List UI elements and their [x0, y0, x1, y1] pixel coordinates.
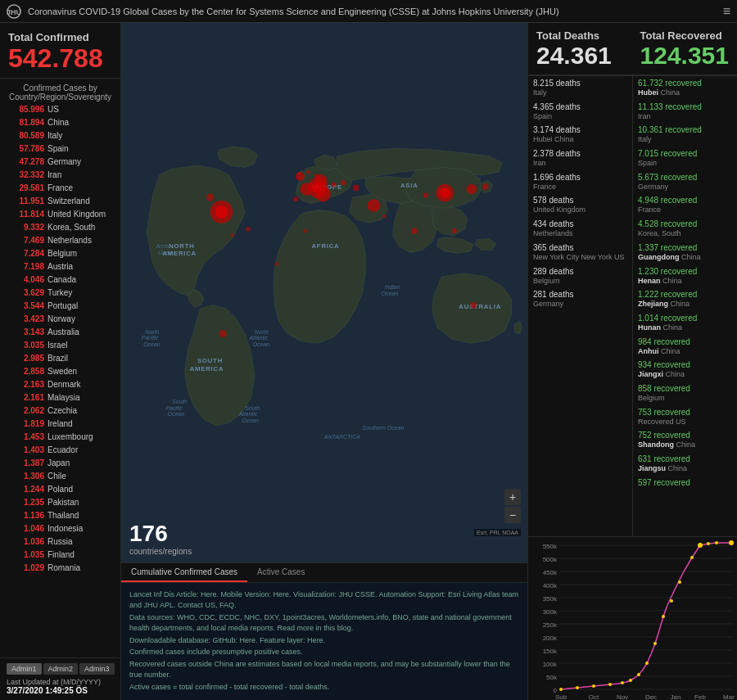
svg-point-50 [452, 228, 457, 233]
svg-text:Ocean: Ocean [252, 341, 269, 347]
svg-text:AUSTRALIA: AUSTRALIA [459, 303, 501, 310]
confirmed-cases-chart: 550k 500k 450k 400k 350k 300k 250k 200k … [528, 537, 737, 700]
country-list-item[interactable]: 57.786Spain [0, 142, 120, 156]
svg-point-42 [353, 185, 359, 192]
country-list-item[interactable]: 4.046Canada [0, 273, 120, 287]
map-tab[interactable]: Cumulative Confirmed Cases [121, 563, 247, 582]
country-list-item[interactable]: 11.951Switzerland [0, 195, 120, 208]
svg-point-31 [368, 199, 381, 212]
country-list-item[interactable]: 2.858Sweden [0, 365, 120, 378]
svg-point-51 [246, 227, 251, 232]
country-list-item[interactable]: 80.589Italy [0, 129, 120, 142]
svg-point-90 [670, 599, 673, 603]
total-recovered-section: Total Recovered 124.351 [632, 23, 737, 75]
country-list-item[interactable]: 1.035Finland [0, 549, 120, 562]
svg-point-83 [608, 683, 612, 686]
admin-tab[interactable]: Admin2 [43, 663, 79, 675]
svg-point-46 [341, 180, 346, 185]
country-list[interactable]: 85.996US81.894China80.589Italy57.786Spai… [0, 103, 120, 657]
svg-text:Dec: Dec [645, 693, 657, 700]
svg-text:150k: 150k [543, 648, 558, 655]
deaths-list-item: 197 deathsSwitzerland [528, 311, 632, 314]
map-controls[interactable]: + − [504, 489, 521, 523]
country-list-item[interactable]: 81.894China [0, 116, 120, 129]
svg-point-92 [690, 556, 694, 559]
country-list-item[interactable]: 1.046Indonesia [0, 522, 120, 535]
country-list-item[interactable]: 32.332Iran [0, 169, 120, 182]
country-list-item[interactable]: 1.235Pakistan [0, 496, 120, 509]
recovered-list-item: 1.230 recoveredHenan China [633, 264, 737, 288]
country-list-item[interactable]: 1.387Japan [0, 457, 120, 470]
country-list-item[interactable]: 1.819Ireland [0, 418, 120, 431]
country-list-item[interactable]: 1.453Luxembourg [0, 431, 120, 444]
recovered-list-item: 984 recoveredAnhui China [633, 335, 737, 359]
country-list-header: Confirmed Cases byCountry/Region/Soverei… [0, 79, 120, 103]
country-list-item[interactable]: 3.629Turkey [0, 287, 120, 300]
country-list-item[interactable]: 1.306Chile [0, 470, 120, 483]
country-list-item[interactable]: 7.469Netherlands [0, 234, 120, 247]
svg-text:350k: 350k [543, 595, 558, 603]
svg-point-93 [698, 543, 703, 548]
recovered-list[interactable]: 61.732 recoveredHubei China11.133 recove… [633, 76, 737, 536]
deaths-list[interactable]: 8.215 deathsItaly4.365 deathsSpain3.174 … [528, 76, 632, 314]
country-list-item[interactable]: 9.332Korea, South [0, 221, 120, 234]
menu-icon[interactable]: ≡ [723, 4, 730, 19]
country-list-item[interactable]: 1.036Russia [0, 535, 120, 549]
country-list-item[interactable]: 7.198Austria [0, 260, 120, 273]
country-list-item[interactable]: 7.284Belgium [0, 247, 120, 260]
recovered-list-item: 631 recoveredJiangsu China [633, 452, 737, 476]
map-footer: Lancet Inf Dis Article: Here. Mobile Ver… [121, 582, 527, 701]
map-tabs[interactable]: Cumulative Confirmed CasesActive Cases [121, 562, 527, 582]
country-list-item[interactable]: 1.403Ecuador [0, 444, 120, 457]
svg-text:SOUTH: SOUTH [197, 357, 223, 364]
svg-text:Pacific: Pacific [142, 335, 159, 341]
svg-text:North: North [145, 329, 159, 335]
country-list-item[interactable]: 29.581France [0, 182, 120, 195]
header: JHU Coronavirus COVID-19 Global Cases by… [0, 0, 737, 23]
svg-text:ANTARCTICA: ANTARCTICA [323, 434, 360, 440]
total-recovered-label: Total Recovered [640, 29, 729, 42]
map-area[interactable]: Arctic Ocean North Pacific Ocean North A… [121, 23, 527, 562]
country-list-item[interactable]: 3.143Australia [0, 326, 120, 339]
country-list-item[interactable]: 2.161Malaysia [0, 391, 120, 404]
admin-tab[interactable]: Admin1 [7, 663, 42, 675]
svg-point-37 [296, 172, 305, 181]
svg-text:Mar: Mar [723, 693, 735, 700]
country-list-item[interactable]: 2.985Brazil [0, 352, 120, 365]
svg-point-39 [470, 302, 477, 309]
right-panel: Total Deaths 24.361 Total Recovered 124.… [527, 23, 737, 700]
country-list-item[interactable]: 1.136Thailand [0, 509, 120, 522]
svg-text:550k: 550k [543, 543, 558, 550]
country-list-item[interactable]: 11.814United Kingdom [0, 208, 120, 221]
svg-text:Nov: Nov [617, 693, 628, 700]
map-tab[interactable]: Active Cases [247, 563, 314, 582]
country-list-item[interactable]: 3.544Portugal [0, 300, 120, 313]
zoom-out-button[interactable]: − [504, 507, 521, 523]
map-attribution: Esri, PRi, NOAA [474, 529, 521, 536]
deaths-list-item: 3.174 deathsHubei China [528, 123, 632, 147]
country-list-item[interactable]: 47.278Germany [0, 156, 120, 169]
country-list-item[interactable]: 3.423Norway [0, 313, 120, 326]
country-list-item[interactable]: 1.244Poland [0, 483, 120, 496]
right-lists: 8.215 deathsItaly4.365 deathsSpain3.174 … [528, 76, 737, 536]
svg-point-91 [678, 580, 681, 584]
svg-point-34 [467, 184, 477, 194]
svg-text:400k: 400k [543, 582, 558, 589]
svg-point-49 [423, 193, 428, 198]
svg-point-35 [301, 183, 314, 196]
deaths-list-item: 578 deathsUnited Kingdom [528, 193, 632, 217]
country-list-item[interactable]: 85.996US [0, 103, 120, 116]
country-list-item[interactable]: 3.035Israel [0, 339, 120, 352]
recovered-list-item: 1.337 recoveredGuangdong China [633, 241, 737, 264]
svg-text:Feb: Feb [694, 693, 706, 700]
country-list-item[interactable]: 2.163Denmark [0, 378, 120, 391]
world-map: Arctic Ocean North Pacific Ocean North A… [121, 23, 527, 562]
country-list-item[interactable]: 1.029Romania [0, 562, 120, 575]
admin-tab[interactable]: Admin3 [79, 663, 115, 675]
svg-text:South: South [172, 399, 187, 404]
svg-point-95 [715, 541, 718, 544]
svg-point-48 [306, 170, 310, 174]
zoom-in-button[interactable]: + [504, 489, 521, 505]
country-list-item[interactable]: 2.062Czechia [0, 404, 120, 418]
svg-point-40 [411, 228, 418, 234]
